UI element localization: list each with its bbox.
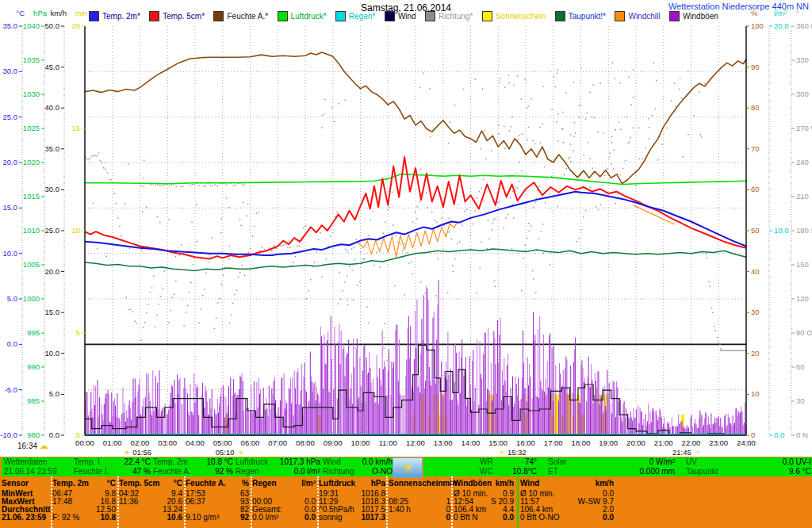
svg-text:330: 330 — [796, 55, 809, 64]
svg-text:0.0: 0.0 — [774, 430, 784, 439]
svg-text:18:00: 18:00 — [572, 438, 591, 447]
table-row: 0 — [389, 513, 450, 522]
column-unit: km/h — [596, 479, 614, 488]
svg-text:25.0: 25.0 — [3, 113, 18, 121]
svg-text:50: 50 — [751, 226, 760, 235]
svg-text:02:00: 02:00 — [131, 438, 150, 447]
table-row: 0 Bft N0.0 — [454, 513, 514, 522]
svg-text:360 N: 360 N — [796, 21, 812, 30]
svg-text:21:00: 21:00 — [654, 438, 673, 447]
svg-text:120: 120 — [796, 294, 809, 303]
svg-text:22:00: 22:00 — [682, 438, 701, 447]
cell-value: 0.0 — [603, 513, 614, 522]
table-row: 9.10 g/m³92 — [186, 513, 249, 522]
svg-text:05:10: 05:10 — [216, 448, 235, 457]
weather-station-app: Samstag, 21.06.2014 Wetterstation Nieder… — [0, 0, 812, 528]
svg-text:5: 5 — [76, 328, 80, 337]
cell-value: 92 — [240, 513, 249, 522]
cell-value: 0.0 — [503, 513, 514, 522]
svg-text:20.0: 20.0 — [45, 267, 60, 276]
cell-label: 0.0 l/m² — [252, 513, 278, 522]
column-separator — [386, 476, 388, 528]
svg-text:07:00: 07:00 — [268, 438, 287, 447]
table-column-wind: Windkm/hØ 10 min.0.011:57W-SW 9.7106.4 k… — [520, 476, 614, 528]
svg-text:09:00: 09:00 — [324, 438, 343, 447]
svg-text:min: min — [75, 9, 87, 17]
cloud-icon: ☁ — [40, 441, 48, 450]
status-value: 9.6 °C — [789, 467, 811, 476]
column-separator — [184, 476, 186, 528]
status-cell-right: WR74°WC10.8°CSolar0 W/m²ET0.000 mmUV0.0 … — [423, 457, 812, 476]
svg-text:04:00: 04:00 — [186, 438, 205, 447]
status-label: Taupunkt — [686, 467, 718, 476]
column-separator-green — [517, 476, 519, 528]
status-value: 92 % — [215, 467, 233, 476]
status-label: Temp. I. — [74, 457, 102, 467]
status-label: Richtung — [323, 467, 354, 476]
svg-text:21:45: 21:45 — [672, 448, 691, 457]
status-label: UV — [686, 457, 697, 467]
svg-text:15.0: 15.0 — [45, 308, 60, 316]
status-label: WC — [480, 467, 493, 476]
svg-text:1005: 1005 — [23, 260, 40, 269]
svg-text:10: 10 — [71, 226, 80, 235]
column-unit: hPa — [371, 479, 385, 488]
status-value: O-NO — [372, 467, 393, 476]
svg-text:13:00: 13:00 — [434, 438, 453, 447]
svg-text:°: ° — [796, 9, 799, 17]
column-header: Wind — [520, 479, 539, 488]
status-label: Wetterdaten — [4, 457, 47, 467]
svg-text:25.0: 25.0 — [45, 226, 60, 235]
svg-text:0.0: 0.0 — [49, 430, 59, 439]
column-unit: % — [242, 479, 249, 488]
table-row: 10.6 — [119, 513, 182, 522]
column-header: Windböen — [454, 479, 492, 488]
status-value: 74° — [525, 457, 537, 467]
table-row: 0.0 l/m²0.0 — [252, 513, 316, 522]
svg-text:5.0: 5.0 — [7, 294, 17, 303]
svg-text:%: % — [751, 9, 758, 17]
svg-text:20.0: 20.0 — [3, 158, 18, 166]
svg-text:20: 20 — [751, 349, 760, 358]
cell-label: 9.10 g/m³ — [186, 513, 219, 522]
svg-text:30.0: 30.0 — [45, 185, 60, 193]
dawn-icon: ☀ — [124, 449, 130, 457]
svg-text:35.0: 35.0 — [3, 21, 18, 30]
svg-text:12:00: 12:00 — [406, 438, 425, 447]
svg-text:km/h: km/h — [50, 9, 67, 17]
column-separator — [51, 476, 52, 528]
svg-text:20: 20 — [71, 21, 80, 30]
statistics-table: SensorMinWertMaxWertDurchschnitt21.06. 2… — [0, 476, 812, 528]
svg-text:30: 30 — [751, 308, 760, 316]
svg-text:210: 210 — [796, 192, 809, 201]
cell-label: sonnig — [319, 513, 342, 522]
column-unit: °C — [107, 479, 116, 488]
svg-text:35.0: 35.0 — [45, 144, 60, 153]
column-header: Sonnenschein — [389, 479, 442, 488]
svg-text:1035: 1035 — [23, 55, 40, 64]
svg-text:1040: 1040 — [23, 21, 40, 30]
status-value: 0.0 km/h — [362, 457, 393, 467]
svg-text:15.0: 15.0 — [3, 203, 18, 212]
svg-text:100: 100 — [751, 21, 764, 30]
chart-canvas: 35.030.025.020.015.010.05.00.0-5.0-10.0°… — [0, 0, 812, 457]
column-unit: km/h — [496, 479, 514, 488]
status-value: 10.8 °C — [207, 457, 233, 467]
cell-label: F: 92 % — [52, 513, 79, 522]
status-label: Solar — [548, 457, 566, 467]
svg-text:1015: 1015 — [23, 192, 40, 201]
current-time: 16:34 ☁ — [17, 441, 48, 451]
svg-text:15:32: 15:32 — [508, 448, 527, 457]
svg-text:03:00: 03:00 — [158, 438, 177, 447]
svg-text:80: 80 — [751, 103, 760, 112]
column-header: Temp. 5cm — [119, 479, 160, 488]
table-column-sonnenschein: Sonnenscheinmin08:2511:40 h00 — [389, 476, 450, 528]
bottom-bar: Wetterdaten21.06.14 23:59Temp. I.22.4 °C… — [0, 457, 812, 528]
column-separator — [117, 476, 119, 528]
status-cell-temp-innen: Temp. I.22.4 °CFeuchte I.47 % — [71, 457, 153, 476]
status-label: Regen — [236, 467, 259, 476]
svg-text:30.0: 30.0 — [3, 67, 18, 75]
table-row: 21.06. 23:59 — [2, 513, 49, 522]
table-column-sensor: SensorMinWertMaxWertDurchschnitt21.06. 2… — [2, 476, 49, 528]
svg-text:hPa: hPa — [33, 9, 48, 17]
